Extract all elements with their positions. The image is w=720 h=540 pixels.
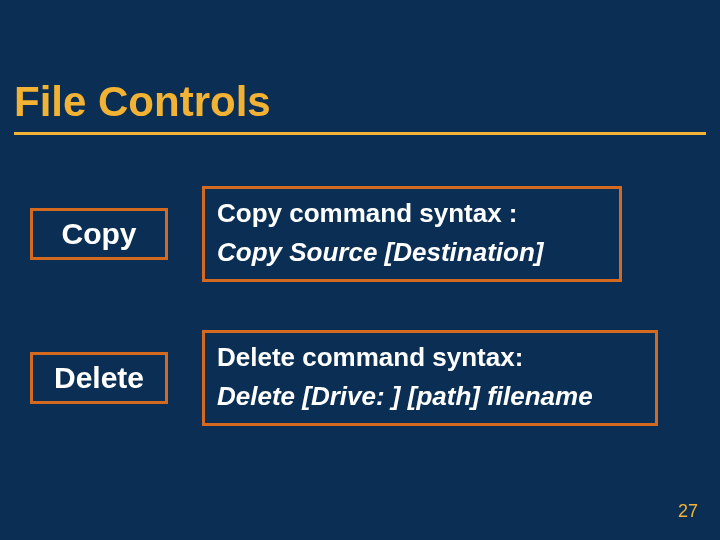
delete-description-box: Delete command syntax: Delete [Drive: ] … [202, 330, 658, 426]
title-underline [14, 132, 706, 135]
slide-title: File Controls [14, 78, 271, 126]
copy-syntax-heading: Copy command syntax : [217, 198, 607, 229]
copy-label-box: Copy [30, 208, 168, 260]
slide: File Controls Copy Copy command syntax :… [0, 0, 720, 540]
delete-label-text: Delete [54, 361, 144, 395]
copy-label-text: Copy [62, 217, 137, 251]
copy-syntax-body: Copy Source [Destination] [217, 237, 607, 268]
delete-syntax-heading: Delete command syntax: [217, 342, 643, 373]
delete-syntax-body: Delete [Drive: ] [path] filename [217, 381, 643, 412]
copy-description-box: Copy command syntax : Copy Source [Desti… [202, 186, 622, 282]
delete-label-box: Delete [30, 352, 168, 404]
page-number: 27 [678, 501, 698, 522]
